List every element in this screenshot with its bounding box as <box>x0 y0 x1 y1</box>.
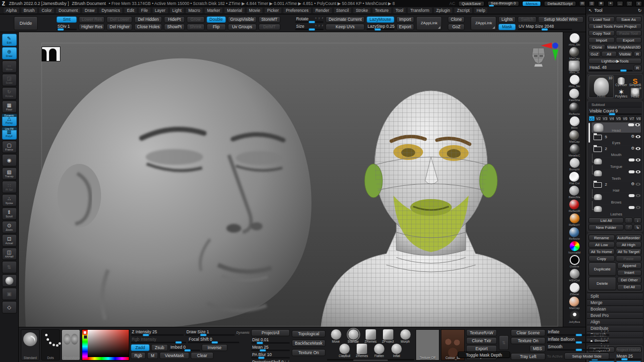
menu-item[interactable]: Marker <box>204 7 223 14</box>
shrink-button[interactable]: Shrink <box>187 24 205 30</box>
material-swatch[interactable]: JellyBea <box>569 310 580 324</box>
inflate-balloon-slider[interactable]: Inflate Balloonx y z <box>547 337 609 343</box>
left-toolbar-item[interactable] <box>2 274 17 287</box>
subtool-row[interactable]: ⚙ Tongue <box>591 157 642 169</box>
load-tools-from-project-button[interactable]: Load Tools From Project <box>589 23 642 29</box>
section-header[interactable]: Split <box>587 293 643 299</box>
default-zscript-button[interactable]: DefaultZScript <box>544 1 576 6</box>
close-button[interactable]: X <box>636 1 642 6</box>
material-swatch[interactable]: Reflecte <box>569 103 580 116</box>
pane-left-icon[interactable]: ▤ <box>579 1 586 6</box>
subtool-row[interactable]: ⚙ Teeth <box>591 169 642 181</box>
topological-button[interactable]: Topological <box>292 330 325 337</box>
focal-shift-slider[interactable]: Focal Shift 0 <box>188 337 239 343</box>
primary-color-swatch[interactable] <box>83 330 87 335</box>
zapplink-button[interactable]: ZAppLink <box>416 16 442 30</box>
quick-brush[interactable]: Standar <box>345 329 362 343</box>
menu-item[interactable]: Draw <box>82 7 98 14</box>
eye-icon[interactable] <box>636 158 641 161</box>
menu-item[interactable]: Preferences <box>283 7 312 14</box>
copy-tool-button[interactable]: Copy Tool <box>589 30 615 36</box>
close-holes-button[interactable]: Close Holes <box>134 24 162 30</box>
menu-item[interactable]: Layer <box>152 7 168 14</box>
texture-on-2-button[interactable]: Texture On <box>511 337 545 344</box>
rgb-button[interactable]: Rgb <box>131 352 146 359</box>
left-toolbar-item[interactable]: ✎ Edit <box>2 34 17 46</box>
axis-gizmo-icon[interactable] <box>540 41 561 62</box>
pane-right-icon[interactable]: ▥ <box>589 1 595 6</box>
eye-icon[interactable] <box>636 194 641 197</box>
hand-icon[interactable]: ✱ <box>598 1 604 6</box>
material-swatch[interactable]: NormalM <box>568 241 580 255</box>
clone-tool-button[interactable]: Clone <box>589 44 605 50</box>
menu-item[interactable]: Picker <box>264 7 282 14</box>
left-toolbar-item[interactable]: ◫ AAHalf <box>2 248 17 260</box>
hand-alt-icon[interactable]: ✦ <box>607 1 614 6</box>
lower-res-button[interactable]: Lower Res <box>79 16 105 23</box>
clear-button[interactable]: Clear <box>191 352 214 359</box>
minimize-button[interactable]: — <box>617 1 623 6</box>
eye-icon[interactable] <box>636 170 641 173</box>
subtool-row[interactable]: ⚙ Brows <box>591 193 642 205</box>
material-swatch[interactable]: Reflecte <box>569 227 580 241</box>
left-toolbar-item[interactable]: ▧ Transp <box>2 167 17 180</box>
zsub-button[interactable]: Zsub <box>151 344 168 351</box>
visibility-tab[interactable]: V2 <box>595 116 602 121</box>
menu-item[interactable]: Stroke <box>353 7 371 14</box>
gear-icon[interactable]: ⚙ <box>631 182 635 186</box>
current-tool-thumbnail[interactable]: 10 Head <box>589 75 614 98</box>
import-tool-button[interactable]: Import <box>589 37 615 43</box>
quicksave-button[interactable]: QuickSave <box>458 1 484 6</box>
storemt-button[interactable]: StoreMT <box>259 16 280 23</box>
lazystep-slider[interactable]: LazyStep 0.25 <box>367 24 394 30</box>
mean-slider[interactable]: Mean 25 <box>616 354 642 360</box>
menus-toggle-button[interactable]: Menus <box>522 1 541 6</box>
lights-button[interactable]: Lights <box>498 16 516 23</box>
tray-left-button[interactable]: Tray Left <box>511 353 545 360</box>
menu-item[interactable]: Alpha <box>3 7 20 14</box>
texture-export-button[interactable]: Export <box>466 345 497 352</box>
eye-icon[interactable] <box>636 135 641 138</box>
subtool-row[interactable]: 2 ⚙ Mouth <box>591 146 642 157</box>
export-button[interactable]: Export <box>396 24 415 30</box>
project-history-button[interactable]: Project History <box>616 347 642 353</box>
setup-model-side-button[interactable]: Setup Model Side <box>564 353 609 360</box>
polypaint-toggle-icon[interactable] <box>629 194 635 197</box>
material-swatch[interactable]: MatCap <box>569 297 580 310</box>
goz-button[interactable]: GoZ <box>448 24 465 30</box>
grow-button[interactable]: Grow <box>187 16 205 23</box>
visibility-tab[interactable]: V3 <box>602 116 608 121</box>
visibility-tab[interactable]: V6 <box>622 116 629 121</box>
eye-icon[interactable] <box>636 183 641 186</box>
material-swatch[interactable]: BumpVi <box>569 158 580 171</box>
sdiv-slider[interactable]: SDiv 1 <box>56 24 77 30</box>
left-toolbar-item[interactable]: ▦ Floor <box>2 101 17 113</box>
left-toolbar-item[interactable]: ◉ <box>2 154 17 166</box>
goz-all-button[interactable]: All <box>601 51 617 57</box>
rotate-slider[interactable]: Rotatex y z <box>295 16 324 23</box>
visibility-tab[interactable]: V4 <box>609 116 615 121</box>
left-toolbar-item[interactable]: ⇅ <box>2 261 17 273</box>
textureraw-button[interactable]: TextureRAW <box>466 329 497 336</box>
left-toolbar-item[interactable]: Line Fill ▦ PolyF <box>2 127 17 140</box>
polypaint-toggle-icon[interactable] <box>628 123 634 126</box>
move-down-button[interactable]: ↓ <box>634 217 642 223</box>
del-all-button[interactable]: Del All <box>617 284 642 291</box>
polypaint-toggle-icon[interactable] <box>629 206 635 209</box>
zadd-button[interactable]: Zadd <box>131 344 150 351</box>
rgb-intensity-slider[interactable]: Rgb Intensity <box>131 337 186 343</box>
left-toolbar-item[interactable]: ⇕ Scroll <box>2 207 17 220</box>
del-other-button[interactable]: Del Other <box>617 277 642 283</box>
left-toolbar-item[interactable]: ◇ <box>2 301 17 313</box>
brush-thumbnail[interactable]: Standard <box>21 329 40 361</box>
lightbox-tools-button[interactable]: Lightbox▶Tools <box>589 58 642 64</box>
clone-txtr-button[interactable]: Clone Txtr <box>466 337 497 344</box>
menu-item[interactable]: Zplugin <box>433 7 453 14</box>
draw-size-slider[interactable]: Draw Size 1 <box>185 329 235 336</box>
inflate-slider[interactable]: Inflatex y z <box>547 329 609 336</box>
list-all-button[interactable]: List All <box>589 217 624 223</box>
visibility-tab[interactable]: V7 <box>629 116 635 121</box>
left-toolbar-item[interactable]: ↔ Move <box>2 60 17 73</box>
brush-thumbnail[interactable]: Dots <box>41 329 60 361</box>
all-to-target-button[interactable]: All To Target <box>616 249 642 255</box>
